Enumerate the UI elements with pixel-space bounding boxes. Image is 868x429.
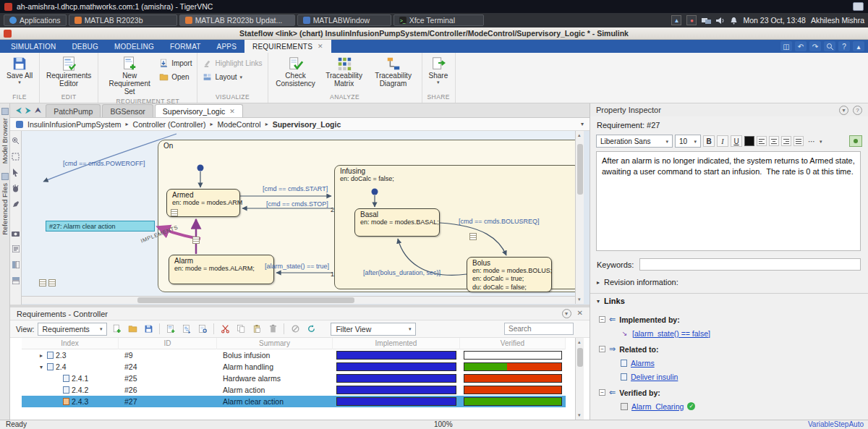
property-pane-icon[interactable] — [12, 276, 20, 285]
user-menu[interactable]: Akhilesh Mishra — [811, 16, 864, 25]
sidebar-item-referenced-files[interactable]: Referenced Files — [1, 183, 9, 235]
add-requirement-icon[interactable] — [164, 323, 177, 335]
table-row[interactable]: 2.4.1#25Hardware alarms — [22, 373, 566, 384]
table-row[interactable]: 2.4.2#26Alarm action — [22, 384, 566, 396]
align-center-button[interactable] — [769, 136, 779, 146]
close-tab-icon[interactable]: ✕ — [318, 43, 323, 50]
state-alarm[interactable]: Alarm en: mode = modes.ALARM; — [169, 255, 274, 284]
updates-tray-icon[interactable]: ▲ — [671, 15, 681, 25]
scrollbar-thumb[interactable] — [577, 348, 583, 367]
collapse-icon[interactable]: − — [599, 389, 605, 396]
transition-label-alarm-true[interactable]: [alarm_state() == true] — [265, 263, 329, 270]
table-row[interactable]: ▾2.4#24Alarm handling — [22, 361, 566, 373]
transition-badge-icon[interactable] — [469, 233, 477, 240]
breadcrumb-item[interactable]: InsulinInfusionPumpSystem — [27, 120, 122, 129]
tab-debug[interactable]: DEBUG — [64, 40, 106, 53]
table-row[interactable]: 2.4.3#27Alarm clear action — [22, 396, 566, 407]
vnc-tray-icon[interactable] — [853, 2, 864, 11]
scrollbar-thumb[interactable] — [137, 297, 354, 303]
chevron-down-icon[interactable]: ▾ — [820, 139, 822, 144]
back-icon[interactable]: ⮜ — [16, 106, 22, 115]
search-icon[interactable] — [824, 41, 835, 51]
toggle-links-icon[interactable] — [289, 323, 302, 335]
view-dropdown[interactable]: Requirements ▾ — [38, 323, 108, 336]
search-input[interactable] — [504, 323, 574, 335]
requirements-editor-button[interactable]: Requirements Editor — [45, 54, 93, 89]
breadcrumb-item[interactable]: ModeControl — [218, 120, 261, 129]
scroll-up-icon[interactable]: ▴ — [578, 132, 581, 138]
add-child-requirement-icon[interactable] — [180, 323, 193, 335]
tab-format[interactable]: FORMAT — [162, 40, 209, 53]
panel-help-icon[interactable]: ? — [853, 106, 862, 115]
new-requirement-set-button[interactable]: New Requirement Set — [103, 54, 156, 98]
minimize-ribbon-icon[interactable]: ▴ — [853, 41, 864, 51]
volume-icon[interactable] — [716, 17, 725, 25]
more-options-icon[interactable]: ⋯ — [806, 135, 817, 147]
fit-to-view-icon[interactable] — [12, 152, 20, 161]
save-requirement-set-icon[interactable] — [142, 323, 155, 335]
state-basal[interactable]: Basal en: mode = modes.BASAL; — [354, 208, 440, 237]
links-section-header[interactable]: ▾ Links — [590, 293, 868, 305]
transition-label-bolusreq[interactable]: [cmd == cmds.BOLUSREQ] — [459, 218, 540, 225]
taskbar-window-terminal[interactable]: >_ Xfce Terminal — [393, 14, 484, 26]
doc-tab-patchpump[interactable]: PatchPump — [46, 104, 101, 117]
paste-icon[interactable] — [250, 323, 263, 335]
panel-menu-icon[interactable]: ▾ — [839, 106, 848, 115]
state-bolus[interactable]: Bolus en: mode = modes.BOLUS; en: doCalc… — [467, 257, 552, 292]
link[interactable]: Deliver insulin — [631, 373, 678, 381]
transition-label-poweroff[interactable]: [cmd == cmds.POWEROFF] — [63, 160, 145, 167]
help-icon[interactable]: ? — [838, 41, 850, 51]
close-panel-icon[interactable]: ✕ — [577, 309, 583, 318]
open-button[interactable]: Open — [159, 72, 192, 82]
undo-icon[interactable]: ↶ — [795, 41, 807, 51]
cut-icon[interactable] — [218, 323, 231, 335]
traceability-diagram-button[interactable]: Traceability Diagram — [370, 54, 417, 89]
redo-icon[interactable]: ↷ — [809, 41, 821, 51]
layout-button[interactable]: Layout ▾ — [203, 72, 262, 82]
import-button[interactable]: Import — [159, 59, 192, 68]
solver-link[interactable]: VariableStepAuto — [808, 420, 864, 428]
transition-poweroff[interactable] — [43, 134, 176, 182]
taskbar-window-matlabwindow[interactable]: MATLABWindow — [297, 14, 391, 26]
up-to-parent-icon[interactable]: ⮝ — [35, 106, 41, 115]
tab-simulation[interactable]: SIMULATION — [3, 40, 64, 53]
new-requirement-set-icon[interactable] — [110, 323, 123, 335]
align-left-button[interactable] — [757, 136, 767, 146]
sidebar-item-model-browser[interactable]: Model Browser — [1, 118, 9, 163]
font-family-dropdown[interactable]: Liberation Sans ▾ — [596, 135, 673, 148]
pan-hand-icon[interactable] — [12, 184, 20, 192]
clock[interactable]: Mon 23 Oct, 13:48 — [743, 16, 805, 25]
scroll-down-icon[interactable]: ▾ — [578, 297, 581, 302]
align-justify-button[interactable] — [793, 136, 804, 146]
legend-icon[interactable] — [12, 245, 20, 253]
panel-menu-icon[interactable]: ▾ — [562, 309, 571, 318]
requirement-annotation[interactable]: #27: Alarm clear action — [46, 221, 155, 232]
filter-view-dropdown[interactable]: Filter View ▾ — [331, 323, 416, 336]
state-badge-icon[interactable] — [171, 209, 178, 216]
stateflow-canvas[interactable]: On Infusing en: doCalc = false; — [22, 131, 575, 296]
transition-label-after-bolus[interactable]: [after(bolus_duration, sec)] — [363, 269, 441, 276]
doc-tab-supervisory-logic[interactable]: Supervisory_Logic ✕ — [155, 104, 243, 117]
close-tab-icon[interactable]: ✕ — [229, 108, 235, 115]
transition-badge-icon[interactable] — [192, 237, 200, 244]
chevron-down-icon[interactable]: ▾ — [581, 121, 584, 127]
camera-icon[interactable] — [12, 229, 20, 237]
bell-icon[interactable] — [730, 17, 738, 25]
collapse-icon[interactable]: − — [599, 346, 605, 352]
delete-icon[interactable] — [266, 323, 279, 335]
expander-icon[interactable]: ▸ — [38, 352, 45, 359]
expander-icon[interactable]: ▾ — [38, 364, 45, 370]
save-all-button[interactable]: Save All ▾ — [5, 54, 34, 86]
applications-menu[interactable]: Applications — [4, 14, 67, 26]
revision-section[interactable]: ▸ Revision information: — [597, 278, 678, 286]
forward-icon[interactable]: ⮞ — [25, 106, 31, 115]
network-icon[interactable] — [702, 17, 711, 25]
align-right-button[interactable] — [781, 136, 791, 146]
link[interactable]: Alarm_Clearing — [631, 402, 684, 411]
col-implemented[interactable]: Implemented — [333, 338, 460, 349]
open-requirement-set-icon[interactable] — [126, 323, 139, 335]
taskbar-window-matlab-updater[interactable]: MATLAB R2023b Updat... — [179, 14, 295, 26]
col-index[interactable]: Index — [22, 338, 119, 349]
doc-tab-bgsensor[interactable]: BGSensor — [102, 104, 153, 117]
font-color-swatch[interactable] — [744, 136, 754, 146]
